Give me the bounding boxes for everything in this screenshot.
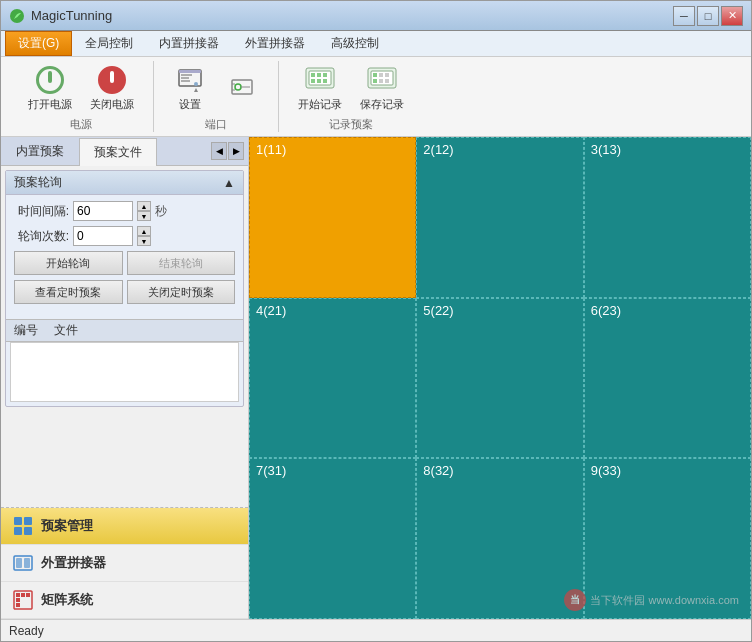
grid-cell-8[interactable]: 8(32) [416, 458, 583, 619]
grid-cell-5-label: 5(22) [423, 303, 453, 318]
loop-count-up[interactable]: ▲ [137, 226, 151, 236]
menu-bar: 设置(G)全局控制内置拼接器外置拼接器高级控制 [1, 31, 751, 57]
nav-matrix-system-label: 矩阵系统 [41, 591, 93, 609]
power-group-label: 电源 [70, 117, 92, 132]
maximize-button[interactable]: □ [697, 6, 719, 26]
grid-cell-2-label: 2(12) [423, 142, 453, 157]
grid-cell-6[interactable]: 6(23) [584, 298, 751, 459]
power-off-button[interactable]: 关闭电源 [83, 61, 141, 115]
time-interval-spinner: ▲ ▼ [137, 201, 151, 221]
grid-cell-6-label: 6(23) [591, 303, 621, 318]
panel-spacer [1, 411, 248, 507]
tab-builtin[interactable]: 内置预案 [1, 137, 79, 165]
grid-area: 1(11) 2(12) 3(13) 4(21) 5(22) 6(23) [249, 137, 751, 619]
tab-file[interactable]: 预案文件 [79, 138, 157, 166]
loop-count-input[interactable] [73, 226, 133, 246]
svg-rect-22 [373, 73, 377, 77]
watermark-text: 当下软件园 www.downxia.com [590, 593, 739, 608]
minimize-button[interactable]: ─ [673, 6, 695, 26]
col-file: 文件 [54, 322, 235, 339]
section-content: 时间间隔: ▲ ▼ 秒 轮询次数: ▲ ▼ [6, 195, 243, 315]
menu-item-builtin-splitter[interactable]: 内置拼接器 [146, 31, 232, 56]
close-button[interactable]: ✕ [721, 6, 743, 26]
loop-count-down[interactable]: ▼ [137, 236, 151, 246]
svg-rect-17 [317, 79, 321, 83]
svg-rect-24 [385, 73, 389, 77]
view-schedule-button[interactable]: 查看定时预案 [14, 280, 123, 304]
tab-next[interactable]: ▶ [228, 142, 244, 160]
grid-cell-4[interactable]: 4(21) [249, 298, 416, 459]
nav-external-splitter[interactable]: 外置拼接器 [1, 545, 248, 582]
status-bar: Ready [1, 619, 751, 641]
loop-count-label: 轮询次数: [14, 228, 69, 245]
svg-rect-37 [21, 593, 25, 597]
time-interval-label: 时间间隔: [14, 203, 69, 220]
toolbar-record-buttons: 开始记录 [291, 61, 411, 115]
settings-icon [174, 64, 206, 96]
power-on-button[interactable]: 打开电源 [21, 61, 79, 115]
grid-cell-3[interactable]: 3(13) [584, 137, 751, 298]
matrix-icon [13, 590, 33, 610]
record-start-icon [304, 64, 336, 96]
nav-preset-manage[interactable]: 预案管理 [1, 508, 248, 545]
bottom-nav: 预案管理 外置拼接器 [1, 507, 248, 619]
grid-cell-4-label: 4(21) [256, 303, 286, 318]
tab-arrows: ◀ ▶ [211, 142, 248, 160]
menu-item-settings[interactable]: 设置(G) [5, 31, 72, 56]
menu-item-external-splitter[interactable]: 外置拼接器 [232, 31, 318, 56]
grid-cell-9-label: 9(33) [591, 463, 621, 478]
record-save-button[interactable]: 保存记录 [353, 61, 411, 115]
svg-rect-18 [323, 73, 327, 77]
grid-cell-7-label: 7(31) [256, 463, 286, 478]
title-bar: MagicTunning ─ □ ✕ [1, 1, 751, 31]
svg-rect-29 [24, 517, 32, 525]
preset-polling-section: 预案轮询 ▲ 时间间隔: ▲ ▼ 秒 [5, 170, 244, 407]
power-off-label: 关闭电源 [90, 97, 134, 112]
window-title: MagicTunning [31, 8, 112, 23]
grid-cell-1[interactable]: 1(11) [249, 137, 416, 298]
svg-rect-34 [24, 558, 30, 568]
grid-cell-8-label: 8(32) [423, 463, 453, 478]
time-interval-input[interactable] [73, 201, 133, 221]
section-title: 预案轮询 [14, 174, 62, 191]
close-schedule-button[interactable]: 关闭定时预案 [127, 280, 236, 304]
schedule-action-row: 查看定时预案 关闭定时预案 [14, 280, 235, 304]
tab-prev[interactable]: ◀ [211, 142, 227, 160]
record-group-label: 记录预案 [329, 117, 373, 132]
toolbar: 打开电源 关闭电源 电源 [1, 57, 751, 137]
record-start-button[interactable]: 开始记录 [291, 61, 349, 115]
settings-extra-button[interactable] [218, 69, 266, 108]
svg-rect-27 [385, 79, 389, 83]
svg-rect-33 [16, 558, 22, 568]
file-table-body [10, 342, 239, 402]
time-interval-down[interactable]: ▼ [137, 211, 151, 221]
svg-rect-28 [14, 517, 22, 525]
settings-extra-icon [226, 72, 258, 104]
svg-rect-30 [14, 527, 22, 535]
status-text: Ready [9, 624, 44, 638]
toolbar-power-group: 打开电源 关闭电源 电源 [9, 61, 154, 132]
section-collapse-icon[interactable]: ▲ [223, 176, 235, 190]
settings-label: 设置 [179, 97, 201, 112]
time-interval-up[interactable]: ▲ [137, 201, 151, 211]
main-window: MagicTunning ─ □ ✕ 设置(G)全局控制内置拼接器外置拼接器高级… [0, 0, 752, 642]
menu-item-advanced-control[interactable]: 高级控制 [318, 31, 392, 56]
port-group-label: 端口 [205, 117, 227, 132]
nav-matrix-system[interactable]: 矩阵系统 [1, 582, 248, 619]
grid-cell-5[interactable]: 5(22) [416, 298, 583, 459]
power-on-label: 打开电源 [28, 97, 72, 112]
settings-button[interactable]: 设置 [166, 61, 214, 115]
grid-cell-7[interactable]: 7(31) [249, 458, 416, 619]
grid-cell-3-label: 3(13) [591, 142, 621, 157]
nav-external-splitter-label: 外置拼接器 [41, 554, 106, 572]
svg-rect-36 [16, 593, 20, 597]
title-bar-left: MagicTunning [9, 8, 112, 24]
svg-point-6 [194, 82, 198, 86]
start-loop-button[interactable]: 开始轮询 [14, 251, 123, 275]
end-loop-button[interactable]: 结束轮询 [127, 251, 236, 275]
power-on-icon [34, 64, 66, 96]
menu-item-global-control[interactable]: 全局控制 [72, 31, 146, 56]
grid-cell-2[interactable]: 2(12) [416, 137, 583, 298]
tab-bar: 内置预案 预案文件 ◀ ▶ [1, 137, 248, 166]
svg-rect-31 [24, 527, 32, 535]
